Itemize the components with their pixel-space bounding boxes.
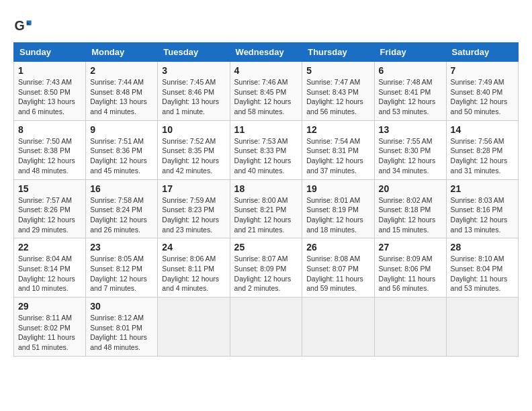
day-number: 30 xyxy=(90,301,153,312)
day-number: 2 xyxy=(90,65,153,76)
calendar-cell: 22 Sunrise: 8:04 AM Sunset: 8:14 PM Dayl… xyxy=(14,238,86,298)
day-info: Sunrise: 8:12 AM Sunset: 8:01 PM Dayligh… xyxy=(90,313,153,353)
day-number: 4 xyxy=(234,65,298,76)
day-info: Sunrise: 7:47 AM Sunset: 8:43 PM Dayligh… xyxy=(306,77,369,117)
calendar-cell xyxy=(446,298,518,357)
weekday-header-monday: Monday xyxy=(86,43,158,62)
calendar-cell: 13 Sunrise: 7:55 AM Sunset: 8:30 PM Dayl… xyxy=(374,120,446,179)
day-info: Sunrise: 8:05 AM Sunset: 8:12 PM Dayligh… xyxy=(90,254,153,293)
day-number: 25 xyxy=(234,242,298,253)
calendar-cell: 28 Sunrise: 8:10 AM Sunset: 8:04 PM Dayl… xyxy=(446,238,518,298)
calendar-cell: 12 Sunrise: 7:54 AM Sunset: 8:31 PM Dayl… xyxy=(302,120,374,179)
day-number: 19 xyxy=(306,183,369,194)
day-info: Sunrise: 7:45 AM Sunset: 8:46 PM Dayligh… xyxy=(162,77,225,117)
calendar-cell: 9 Sunrise: 7:51 AM Sunset: 8:36 PM Dayli… xyxy=(86,120,158,179)
calendar-cell xyxy=(374,298,446,357)
weekday-header-friday: Friday xyxy=(374,43,446,62)
day-number: 21 xyxy=(451,183,514,194)
day-number: 11 xyxy=(234,124,298,135)
weekday-header-thursday: Thursday xyxy=(302,43,374,62)
day-number: 27 xyxy=(379,242,442,253)
calendar-cell: 4 Sunrise: 7:46 AM Sunset: 8:45 PM Dayli… xyxy=(230,62,302,121)
day-info: Sunrise: 8:10 AM Sunset: 8:04 PM Dayligh… xyxy=(451,254,514,293)
logo: G xyxy=(13,17,35,36)
day-info: Sunrise: 8:00 AM Sunset: 8:21 PM Dayligh… xyxy=(234,195,298,235)
day-info: Sunrise: 8:06 AM Sunset: 8:11 PM Dayligh… xyxy=(162,254,225,293)
svg-text:G: G xyxy=(14,18,24,33)
day-number: 20 xyxy=(379,183,442,194)
calendar-cell xyxy=(158,298,230,357)
day-info: Sunrise: 7:55 AM Sunset: 8:30 PM Dayligh… xyxy=(379,136,442,176)
day-info: Sunrise: 7:56 AM Sunset: 8:28 PM Dayligh… xyxy=(451,136,514,176)
day-info: Sunrise: 7:58 AM Sunset: 8:24 PM Dayligh… xyxy=(90,195,153,235)
calendar-cell: 29 Sunrise: 8:11 AM Sunset: 8:02 PM Dayl… xyxy=(14,298,86,357)
calendar-cell: 19 Sunrise: 8:01 AM Sunset: 8:19 PM Dayl… xyxy=(302,179,374,238)
logo-icon: G xyxy=(13,17,32,36)
day-info: Sunrise: 7:44 AM Sunset: 8:48 PM Dayligh… xyxy=(90,77,153,117)
day-info: Sunrise: 7:53 AM Sunset: 8:33 PM Dayligh… xyxy=(234,136,298,176)
calendar-cell: 24 Sunrise: 8:06 AM Sunset: 8:11 PM Dayl… xyxy=(158,238,230,298)
day-info: Sunrise: 8:02 AM Sunset: 8:18 PM Dayligh… xyxy=(379,195,442,235)
calendar-cell: 10 Sunrise: 7:52 AM Sunset: 8:35 PM Dayl… xyxy=(158,120,230,179)
day-number: 28 xyxy=(451,242,514,253)
calendar-cell: 17 Sunrise: 7:59 AM Sunset: 8:23 PM Dayl… xyxy=(158,179,230,238)
day-info: Sunrise: 7:54 AM Sunset: 8:31 PM Dayligh… xyxy=(306,136,369,176)
calendar-cell: 7 Sunrise: 7:49 AM Sunset: 8:40 PM Dayli… xyxy=(446,62,518,121)
day-info: Sunrise: 7:50 AM Sunset: 8:38 PM Dayligh… xyxy=(18,136,81,176)
day-info: Sunrise: 8:08 AM Sunset: 8:07 PM Dayligh… xyxy=(306,254,369,293)
day-number: 26 xyxy=(306,242,369,253)
day-info: Sunrise: 7:43 AM Sunset: 8:50 PM Dayligh… xyxy=(18,77,81,117)
day-info: Sunrise: 7:51 AM Sunset: 8:36 PM Dayligh… xyxy=(90,136,153,176)
calendar-cell: 26 Sunrise: 8:08 AM Sunset: 8:07 PM Dayl… xyxy=(302,238,374,298)
calendar-cell: 3 Sunrise: 7:45 AM Sunset: 8:46 PM Dayli… xyxy=(158,62,230,121)
weekday-header-sunday: Sunday xyxy=(14,43,86,62)
day-info: Sunrise: 8:09 AM Sunset: 8:06 PM Dayligh… xyxy=(379,254,442,293)
calendar-cell: 16 Sunrise: 7:58 AM Sunset: 8:24 PM Dayl… xyxy=(86,179,158,238)
day-number: 18 xyxy=(234,183,298,194)
day-info: Sunrise: 8:07 AM Sunset: 8:09 PM Dayligh… xyxy=(234,254,298,293)
calendar-cell xyxy=(230,298,302,357)
day-number: 12 xyxy=(306,124,369,135)
calendar-cell: 27 Sunrise: 8:09 AM Sunset: 8:06 PM Dayl… xyxy=(374,238,446,298)
day-number: 23 xyxy=(90,242,153,253)
weekday-header-wednesday: Wednesday xyxy=(230,43,302,62)
day-number: 6 xyxy=(379,65,442,76)
day-number: 1 xyxy=(18,65,81,76)
day-number: 5 xyxy=(306,65,369,76)
day-info: Sunrise: 7:46 AM Sunset: 8:45 PM Dayligh… xyxy=(234,77,298,117)
day-number: 13 xyxy=(379,124,442,135)
calendar-cell: 2 Sunrise: 7:44 AM Sunset: 8:48 PM Dayli… xyxy=(86,62,158,121)
day-number: 8 xyxy=(18,124,81,135)
weekday-header-tuesday: Tuesday xyxy=(158,43,230,62)
day-info: Sunrise: 7:59 AM Sunset: 8:23 PM Dayligh… xyxy=(162,195,225,235)
day-number: 16 xyxy=(90,183,153,194)
day-number: 14 xyxy=(451,124,514,135)
calendar-cell xyxy=(302,298,374,357)
calendar-cell: 21 Sunrise: 8:03 AM Sunset: 8:16 PM Dayl… xyxy=(446,179,518,238)
day-number: 9 xyxy=(90,124,153,135)
calendar-table: SundayMondayTuesdayWednesdayThursdayFrid… xyxy=(13,42,519,357)
calendar-cell: 8 Sunrise: 7:50 AM Sunset: 8:38 PM Dayli… xyxy=(14,120,86,179)
calendar-cell: 6 Sunrise: 7:48 AM Sunset: 8:41 PM Dayli… xyxy=(374,62,446,121)
day-info: Sunrise: 8:11 AM Sunset: 8:02 PM Dayligh… xyxy=(18,313,81,353)
day-number: 7 xyxy=(451,65,514,76)
day-number: 17 xyxy=(162,183,225,194)
page-header: G xyxy=(13,13,519,36)
day-number: 24 xyxy=(162,242,225,253)
calendar-cell: 15 Sunrise: 7:57 AM Sunset: 8:26 PM Dayl… xyxy=(14,179,86,238)
calendar-cell: 30 Sunrise: 8:12 AM Sunset: 8:01 PM Dayl… xyxy=(86,298,158,357)
calendar-cell: 25 Sunrise: 8:07 AM Sunset: 8:09 PM Dayl… xyxy=(230,238,302,298)
day-info: Sunrise: 7:48 AM Sunset: 8:41 PM Dayligh… xyxy=(379,77,442,117)
day-info: Sunrise: 8:04 AM Sunset: 8:14 PM Dayligh… xyxy=(18,254,81,293)
calendar-cell: 1 Sunrise: 7:43 AM Sunset: 8:50 PM Dayli… xyxy=(14,62,86,121)
day-info: Sunrise: 7:49 AM Sunset: 8:40 PM Dayligh… xyxy=(451,77,514,117)
day-number: 15 xyxy=(18,183,81,194)
calendar-cell: 5 Sunrise: 7:47 AM Sunset: 8:43 PM Dayli… xyxy=(302,62,374,121)
calendar-cell: 11 Sunrise: 7:53 AM Sunset: 8:33 PM Dayl… xyxy=(230,120,302,179)
day-info: Sunrise: 7:57 AM Sunset: 8:26 PM Dayligh… xyxy=(18,195,81,235)
day-number: 3 xyxy=(162,65,225,76)
weekday-header-saturday: Saturday xyxy=(446,43,518,62)
calendar-cell: 23 Sunrise: 8:05 AM Sunset: 8:12 PM Dayl… xyxy=(86,238,158,298)
calendar-cell: 18 Sunrise: 8:00 AM Sunset: 8:21 PM Dayl… xyxy=(230,179,302,238)
calendar-cell: 14 Sunrise: 7:56 AM Sunset: 8:28 PM Dayl… xyxy=(446,120,518,179)
